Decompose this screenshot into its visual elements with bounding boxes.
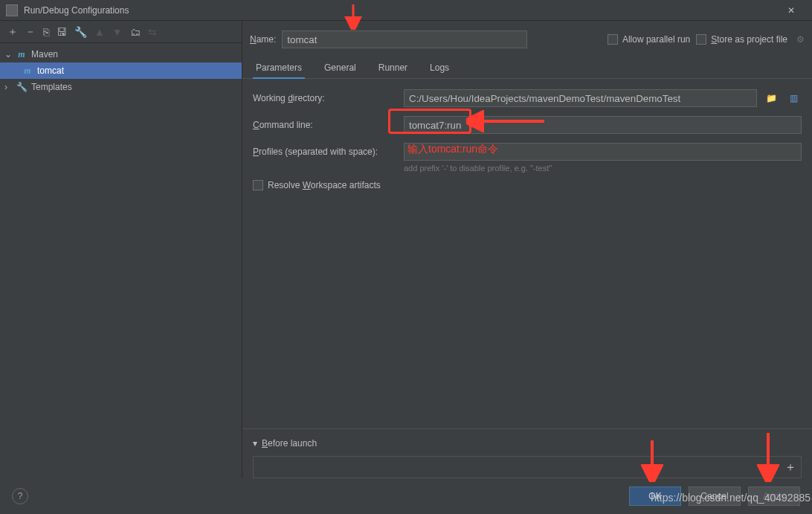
up-icon[interactable]: ▲ (94, 26, 105, 38)
profiles-input[interactable] (404, 143, 802, 161)
tab-parameters[interactable]: Parameters (253, 58, 305, 79)
profiles-label: Profiles (separated with space): (253, 147, 398, 157)
remove-icon[interactable]: － (25, 25, 36, 39)
tree-label: Maven (30, 49, 58, 60)
store-project-checkbox[interactable]: Store as project file (696, 34, 787, 45)
chevron-right-icon: › (4, 82, 13, 92)
right-panel: Name: Allow parallel run Store as projec… (242, 21, 812, 478)
help-icon[interactable]: ? (12, 488, 28, 504)
allow-parallel-label: Allow parallel run (622, 34, 690, 45)
save-icon[interactable]: 🖫 (57, 26, 67, 38)
parameters-form: Working directory: 📁 ▥ Command line: Pro… (242, 79, 812, 429)
watermark: https://blog.csdn.net/qq_40492885 (651, 492, 811, 504)
add-task-icon[interactable]: ＋ (784, 460, 796, 475)
browse-icon[interactable]: 📁 (763, 90, 779, 106)
folder-icon[interactable]: 🗂 (130, 26, 141, 38)
checkbox-icon (253, 180, 263, 190)
resolve-artifacts-label: Resolve Workspace artifacts (268, 180, 381, 190)
store-project-label: Store as project file (711, 34, 787, 45)
before-launch-header[interactable]: ▾ Before launch (253, 435, 802, 452)
resolve-artifacts-checkbox[interactable]: Resolve Workspace artifacts (253, 180, 381, 190)
tab-logs[interactable]: Logs (427, 58, 452, 78)
toggle-icon[interactable]: ⇆ (148, 26, 157, 38)
chevron-down-icon: ▾ (253, 438, 257, 449)
left-panel: ＋ － ⎘ 🖫 🔧 ▲ ▼ 🗂 ⇆ ⌄ m Maven m tomcat › 🔧 (0, 21, 242, 478)
header-row: Name: Allow parallel run Store as projec… (242, 28, 812, 51)
wrench-icon[interactable]: 🔧 (74, 26, 87, 38)
before-launch-section: ▾ Before launch ＋ (242, 429, 812, 478)
cmdline-input[interactable] (404, 116, 802, 134)
app-icon (6, 4, 18, 16)
tree-label: Templates (30, 82, 72, 92)
gear-icon[interactable]: ⚙ (796, 34, 805, 45)
tree-node-tomcat[interactable]: m tomcat (0, 62, 242, 79)
tree-node-maven[interactable]: ⌄ m Maven (0, 46, 242, 62)
down-icon[interactable]: ▼ (112, 26, 123, 38)
add-icon[interactable]: ＋ (7, 25, 18, 39)
allow-parallel-checkbox[interactable]: Allow parallel run (608, 34, 690, 45)
tab-runner[interactable]: Runner (376, 58, 410, 78)
checkbox-icon (608, 34, 618, 45)
maven-icon: m (16, 49, 27, 60)
tree-label: tomcat (36, 65, 64, 76)
maven-icon: m (22, 65, 33, 77)
name-input[interactable] (282, 30, 527, 48)
tree-node-templates[interactable]: › 🔧 Templates (0, 79, 242, 95)
insert-path-icon[interactable]: ▥ (785, 90, 802, 106)
workdir-label: Working directory: (253, 93, 398, 103)
tabs: Parameters General Runner Logs (242, 51, 812, 79)
config-toolbar: ＋ － ⎘ 🖫 🔧 ▲ ▼ 🗂 ⇆ (0, 21, 242, 43)
before-launch-list: ＋ (253, 456, 802, 478)
titlebar: Run/Debug Configurations ✕ (0, 0, 812, 21)
wrench-icon: 🔧 (16, 82, 27, 92)
tab-general[interactable]: General (321, 58, 359, 78)
workdir-input[interactable] (404, 89, 757, 107)
checkbox-icon (696, 34, 706, 45)
cmdline-label: Command line: (253, 120, 398, 130)
chevron-down-icon: ⌄ (4, 49, 13, 60)
copy-icon[interactable]: ⎘ (43, 26, 49, 38)
profiles-hint: add prefix '-' to disable profile, e.g. … (253, 164, 802, 173)
window-title: Run/Debug Configurations (24, 5, 776, 16)
name-label: Name: (250, 34, 276, 45)
before-launch-label: Before launch (262, 438, 317, 449)
config-tree: ⌄ m Maven m tomcat › 🔧 Templates (0, 43, 242, 478)
close-icon[interactable]: ✕ (776, 0, 806, 21)
